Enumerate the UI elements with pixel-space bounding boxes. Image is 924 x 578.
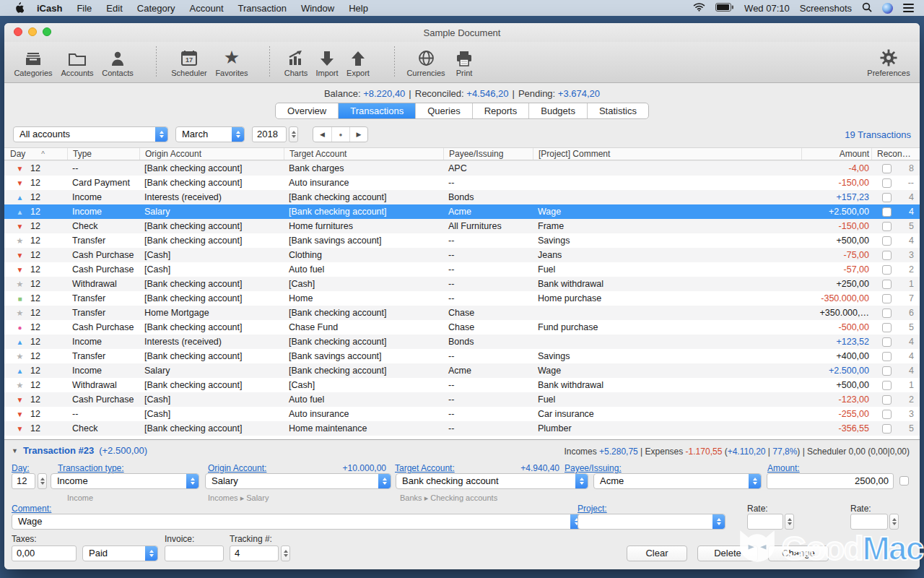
tab-reports[interactable]: Reports <box>472 103 529 118</box>
battery-icon[interactable] <box>715 3 734 14</box>
table-row[interactable]: ▼12--[Bank checking account]Bank charges… <box>4 161 920 176</box>
reconciled-checkbox[interactable] <box>882 280 892 289</box>
day-field[interactable]: 12 <box>12 473 35 489</box>
table-row[interactable]: ★12Transfer[Bank checking account][Bank … <box>4 233 920 248</box>
origin-account-label[interactable]: Origin Account: <box>208 463 266 473</box>
toolbar-categories[interactable]: Categories <box>8 47 58 77</box>
tab-overview[interactable]: Overview <box>276 103 338 118</box>
column-header-comment[interactable]: [Project] Comment <box>533 148 801 160</box>
reconciled-checkbox[interactable] <box>882 395 892 405</box>
table-row[interactable]: ★12Withdrawal[Bank checking account][Cas… <box>4 277 920 291</box>
reconciled-checkbox[interactable] <box>882 193 892 202</box>
reconciled-checkbox[interactable] <box>882 323 892 332</box>
tab-budgets[interactable]: Budgets <box>528 103 587 118</box>
column-header-type[interactable]: Type <box>67 148 139 160</box>
tracking-field[interactable]: 4 <box>230 545 279 561</box>
table-row[interactable]: ▲12IncomeInterests (received)[Bank check… <box>4 335 920 349</box>
menu-active-app[interactable]: Screenshots <box>800 3 852 14</box>
table-row[interactable]: ▼12Cash Purchase[Cash]Auto fuel--Fuel-12… <box>4 392 920 407</box>
toolbar-print[interactable]: Print <box>445 47 483 77</box>
change-button[interactable]: Change <box>768 545 829 561</box>
rate-field[interactable] <box>850 514 888 530</box>
table-row[interactable]: ▼12--[Cash]Auto insurance--Car insurance… <box>4 407 920 421</box>
day-stepper[interactable] <box>38 473 47 489</box>
collapse-panel-icon[interactable]: ▼ <box>12 447 18 454</box>
payee-issuing-label[interactable]: Payee/Issuing: <box>565 463 622 473</box>
reconciled-checkbox[interactable] <box>882 265 892 275</box>
menu-clock[interactable]: Wed 07:10 <box>744 3 790 14</box>
rate-field[interactable] <box>747 514 783 530</box>
menu-file[interactable]: File <box>69 3 99 14</box>
year-stepper[interactable] <box>289 126 298 142</box>
target-account-popup[interactable]: Bank checking account <box>396 473 588 489</box>
menu-account[interactable]: Account <box>183 3 231 14</box>
toolbar-favorites[interactable]: ★ Favorites <box>206 47 257 77</box>
table-row[interactable]: ▼12Card Payment[Bank checking account]Au… <box>4 176 920 190</box>
menu-edit[interactable]: Edit <box>99 3 129 14</box>
apple-menu-icon[interactable] <box>14 2 24 14</box>
column-header-payee[interactable]: Payee/Issuing <box>443 148 533 160</box>
menu-help[interactable]: Help <box>341 3 375 14</box>
toolbar-import[interactable]: Import <box>311 47 343 77</box>
year-field[interactable]: 2018 <box>252 126 287 142</box>
toolbar-charts[interactable]: Charts <box>280 47 312 77</box>
project-popup[interactable] <box>578 514 725 530</box>
column-header-origin[interactable]: Origin Account <box>139 148 284 160</box>
invoice-field[interactable] <box>165 545 224 561</box>
table-row[interactable]: ▲12IncomeSalary[Bank checking account]Ac… <box>4 204 920 219</box>
reconciled-checkbox[interactable] <box>882 424 892 434</box>
rate-stepper[interactable] <box>785 514 794 530</box>
month-filter-popup[interactable]: March <box>175 126 245 142</box>
comment-label[interactable]: Comment: <box>12 504 51 514</box>
tab-statistics[interactable]: Statistics <box>587 103 648 118</box>
toolbar-preferences[interactable]: Preferences <box>863 47 914 77</box>
column-header-amount[interactable]: Amount <box>801 148 871 160</box>
table-row[interactable]: ▼12Cash Purchase[Cash]Clothing--Jeans-75… <box>4 248 920 262</box>
taxes-field[interactable]: 0,00 <box>12 545 77 561</box>
day-label[interactable]: Day: <box>12 463 30 473</box>
menu-window[interactable]: Window <box>294 3 341 14</box>
reconciled-checkbox[interactable] <box>882 164 892 173</box>
menu-transaction[interactable]: Transaction <box>231 3 294 14</box>
amount-checkbox[interactable] <box>899 476 909 486</box>
table-row[interactable]: ★12TransferHome Mortgage[Bank checking a… <box>4 306 920 320</box>
table-row[interactable]: ▼12Check[Bank checking account]Home furn… <box>4 219 920 233</box>
transaction-type-label[interactable]: Transaction type: <box>58 463 124 473</box>
tab-transactions[interactable]: Transactions <box>338 103 415 118</box>
reconciled-checkbox[interactable] <box>882 366 892 376</box>
table-row[interactable]: ★12Withdrawal[Bank checking account][Cas… <box>4 378 920 392</box>
table-row[interactable]: ●12Cash Purchase[Bank checking account]C… <box>4 320 920 335</box>
tab-queries[interactable]: Queries <box>415 103 472 118</box>
reconciled-checkbox[interactable] <box>882 222 892 231</box>
transaction-type-popup[interactable]: Income <box>51 473 199 489</box>
next-period-button[interactable]: ▶ <box>349 127 367 142</box>
menu-category[interactable]: Category <box>130 3 183 14</box>
reconciled-checkbox[interactable] <box>882 236 892 246</box>
column-header-recon[interactable]: Recon… <box>871 148 920 160</box>
delete-button[interactable]: Delete <box>697 545 758 561</box>
table-row[interactable]: ■12Transfer[Bank checking account]Home--… <box>4 291 920 306</box>
payee-issuing-popup[interactable]: Acme <box>593 473 762 489</box>
toolbar-contacts[interactable]: Contacts <box>92 47 143 77</box>
reconciled-checkbox[interactable] <box>882 352 892 361</box>
target-account-label[interactable]: Target Account: <box>395 463 455 473</box>
column-header-day[interactable]: Day^ <box>4 148 67 160</box>
title-bar[interactable]: Sample Document <box>4 23 920 42</box>
table-row[interactable]: ▲12IncomeInterests (received)[Bank check… <box>4 190 920 204</box>
comment-popup[interactable]: Wage <box>12 514 583 530</box>
wifi-icon[interactable] <box>693 2 705 14</box>
spotlight-search-icon[interactable] <box>862 2 872 14</box>
accounts-filter-popup[interactable]: All accounts <box>13 126 168 142</box>
reconciled-checkbox[interactable] <box>882 337 892 347</box>
table-row[interactable]: ▼12Check[Bank checking account]Home main… <box>4 421 920 436</box>
tracking-stepper[interactable] <box>281 545 290 561</box>
table-row[interactable]: ▲12IncomeSalary[Bank checking account]Ac… <box>4 363 920 378</box>
current-period-button[interactable]: ● <box>331 127 349 142</box>
toolbar-export[interactable]: Export <box>342 47 374 77</box>
previous-period-button[interactable]: ◀ <box>313 127 331 142</box>
reconciled-checkbox[interactable] <box>882 381 892 390</box>
amount-field[interactable]: 2500,00 <box>767 473 894 489</box>
reconciled-checkbox[interactable] <box>882 410 892 419</box>
clear-button[interactable]: Clear <box>627 545 687 561</box>
reconciled-checkbox[interactable] <box>882 207 892 217</box>
